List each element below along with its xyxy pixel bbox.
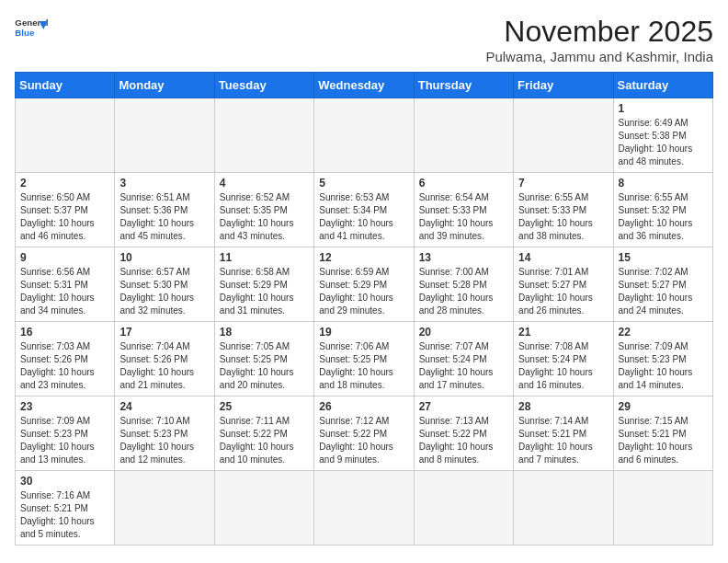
calendar-cell: 22Sunrise: 7:09 AM Sunset: 5:23 PM Dayli… (613, 322, 712, 396)
calendar-week-row: 23Sunrise: 7:09 AM Sunset: 5:23 PM Dayli… (16, 396, 713, 471)
day-number: 3 (119, 177, 209, 190)
calendar-cell: 2Sunrise: 6:50 AM Sunset: 5:37 PM Daylig… (16, 173, 115, 247)
calendar-week-row: 30Sunrise: 7:16 AM Sunset: 5:21 PM Dayli… (16, 471, 713, 546)
svg-text:Blue: Blue (15, 28, 35, 38)
calendar-cell: 14Sunrise: 7:01 AM Sunset: 5:27 PM Dayli… (514, 247, 613, 322)
day-number: 9 (20, 251, 109, 264)
calendar-cell (314, 471, 414, 546)
day-number: 19 (319, 326, 408, 339)
calendar-cell: 11Sunrise: 6:58 AM Sunset: 5:29 PM Dayli… (214, 247, 313, 322)
page-header: General Blue November 2025 Pulwama, Jamm… (15, 15, 713, 64)
day-number: 26 (319, 400, 408, 413)
calendar-cell: 13Sunrise: 7:00 AM Sunset: 5:28 PM Dayli… (414, 247, 513, 322)
day-number: 16 (20, 326, 109, 339)
day-number: 27 (419, 400, 508, 413)
day-number: 12 (319, 251, 408, 264)
day-info: Sunrise: 7:15 AM Sunset: 5:21 PM Dayligh… (619, 415, 708, 466)
calendar-cell (613, 471, 712, 546)
day-info: Sunrise: 6:54 AM Sunset: 5:33 PM Dayligh… (419, 191, 508, 243)
day-number: 8 (619, 177, 708, 190)
calendar-cell: 16Sunrise: 7:03 AM Sunset: 5:26 PM Dayli… (16, 322, 115, 396)
weekday-header-tuesday: Tuesday (214, 73, 313, 98)
calendar-cell: 4Sunrise: 6:52 AM Sunset: 5:35 PM Daylig… (214, 173, 313, 247)
calendar-week-row: 9Sunrise: 6:56 AM Sunset: 5:31 PM Daylig… (16, 247, 713, 322)
calendar-week-row: 16Sunrise: 7:03 AM Sunset: 5:26 PM Dayli… (16, 322, 713, 396)
day-number: 2 (20, 177, 109, 190)
calendar-cell: 26Sunrise: 7:12 AM Sunset: 5:22 PM Dayli… (314, 396, 414, 471)
day-number: 11 (220, 251, 309, 264)
day-number: 7 (518, 177, 608, 190)
day-info: Sunrise: 7:08 AM Sunset: 5:24 PM Dayligh… (518, 340, 608, 392)
calendar-cell: 12Sunrise: 6:59 AM Sunset: 5:29 PM Dayli… (314, 247, 414, 322)
day-info: Sunrise: 6:51 AM Sunset: 5:36 PM Dayligh… (119, 191, 209, 243)
weekday-header-sunday: Sunday (16, 73, 115, 98)
calendar-cell (514, 471, 613, 546)
calendar-cell: 25Sunrise: 7:11 AM Sunset: 5:22 PM Dayli… (214, 396, 313, 471)
day-info: Sunrise: 7:06 AM Sunset: 5:25 PM Dayligh… (319, 340, 408, 392)
day-number: 23 (20, 400, 109, 413)
calendar-cell: 1Sunrise: 6:49 AM Sunset: 5:38 PM Daylig… (613, 98, 712, 173)
weekday-header-wednesday: Wednesday (314, 73, 414, 98)
weekday-header-friday: Friday (514, 73, 613, 98)
calendar-cell: 30Sunrise: 7:16 AM Sunset: 5:21 PM Dayli… (16, 471, 115, 546)
calendar-cell (314, 98, 414, 173)
day-number: 25 (220, 400, 309, 413)
day-info: Sunrise: 6:52 AM Sunset: 5:35 PM Dayligh… (220, 191, 309, 243)
calendar-cell (115, 98, 214, 173)
calendar-cell: 19Sunrise: 7:06 AM Sunset: 5:25 PM Dayli… (314, 322, 414, 396)
day-number: 24 (119, 400, 209, 413)
logo-icon: General Blue (15, 15, 48, 42)
calendar-cell: 23Sunrise: 7:09 AM Sunset: 5:23 PM Dayli… (16, 396, 115, 471)
day-number: 28 (518, 400, 608, 413)
calendar-cell: 9Sunrise: 6:56 AM Sunset: 5:31 PM Daylig… (16, 247, 115, 322)
day-info: Sunrise: 6:55 AM Sunset: 5:32 PM Dayligh… (619, 191, 708, 243)
day-number: 13 (419, 251, 508, 264)
day-info: Sunrise: 7:01 AM Sunset: 5:27 PM Dayligh… (518, 266, 608, 317)
calendar-cell: 3Sunrise: 6:51 AM Sunset: 5:36 PM Daylig… (115, 173, 214, 247)
weekday-header-row: SundayMondayTuesdayWednesdayThursdayFrid… (16, 73, 713, 98)
day-info: Sunrise: 7:11 AM Sunset: 5:22 PM Dayligh… (220, 415, 309, 466)
logo: General Blue (15, 15, 48, 42)
month-title: November 2025 (485, 15, 713, 49)
day-number: 21 (518, 326, 608, 339)
day-number: 5 (319, 177, 408, 190)
day-number: 29 (619, 400, 708, 413)
calendar-cell: 5Sunrise: 6:53 AM Sunset: 5:34 PM Daylig… (314, 173, 414, 247)
day-info: Sunrise: 7:16 AM Sunset: 5:21 PM Dayligh… (20, 489, 109, 541)
calendar-cell (414, 98, 513, 173)
calendar-cell: 17Sunrise: 7:04 AM Sunset: 5:26 PM Dayli… (115, 322, 214, 396)
calendar-cell (214, 471, 313, 546)
day-number: 20 (419, 326, 508, 339)
day-info: Sunrise: 7:14 AM Sunset: 5:21 PM Dayligh… (518, 415, 608, 466)
calendar-cell: 10Sunrise: 6:57 AM Sunset: 5:30 PM Dayli… (115, 247, 214, 322)
calendar-cell (214, 98, 313, 173)
location-title: Pulwama, Jammu and Kashmir, India (485, 49, 713, 64)
calendar-table: SundayMondayTuesdayWednesdayThursdayFrid… (15, 72, 713, 546)
day-info: Sunrise: 7:02 AM Sunset: 5:27 PM Dayligh… (619, 266, 708, 317)
calendar-cell: 29Sunrise: 7:15 AM Sunset: 5:21 PM Dayli… (613, 396, 712, 471)
day-number: 17 (119, 326, 209, 339)
day-info: Sunrise: 7:03 AM Sunset: 5:26 PM Dayligh… (20, 340, 109, 392)
calendar-cell: 6Sunrise: 6:54 AM Sunset: 5:33 PM Daylig… (414, 173, 513, 247)
day-info: Sunrise: 6:56 AM Sunset: 5:31 PM Dayligh… (20, 266, 109, 317)
day-number: 30 (20, 475, 109, 488)
calendar-cell: 8Sunrise: 6:55 AM Sunset: 5:32 PM Daylig… (613, 173, 712, 247)
day-info: Sunrise: 6:55 AM Sunset: 5:33 PM Dayligh… (518, 191, 608, 243)
day-info: Sunrise: 6:59 AM Sunset: 5:29 PM Dayligh… (319, 266, 408, 317)
calendar-week-row: 1Sunrise: 6:49 AM Sunset: 5:38 PM Daylig… (16, 98, 713, 173)
day-number: 14 (518, 251, 608, 264)
day-info: Sunrise: 7:12 AM Sunset: 5:22 PM Dayligh… (319, 415, 408, 466)
calendar-cell: 28Sunrise: 7:14 AM Sunset: 5:21 PM Dayli… (514, 396, 613, 471)
day-info: Sunrise: 7:00 AM Sunset: 5:28 PM Dayligh… (419, 266, 508, 317)
day-info: Sunrise: 7:04 AM Sunset: 5:26 PM Dayligh… (119, 340, 209, 392)
day-info: Sunrise: 7:05 AM Sunset: 5:25 PM Dayligh… (220, 340, 309, 392)
day-info: Sunrise: 7:07 AM Sunset: 5:24 PM Dayligh… (419, 340, 508, 392)
day-number: 10 (119, 251, 209, 264)
calendar-cell (514, 98, 613, 173)
day-number: 22 (619, 326, 708, 339)
title-area: November 2025 Pulwama, Jammu and Kashmir… (485, 15, 713, 64)
weekday-header-saturday: Saturday (613, 73, 712, 98)
day-number: 15 (619, 251, 708, 264)
day-number: 6 (419, 177, 508, 190)
calendar-cell: 7Sunrise: 6:55 AM Sunset: 5:33 PM Daylig… (514, 173, 613, 247)
